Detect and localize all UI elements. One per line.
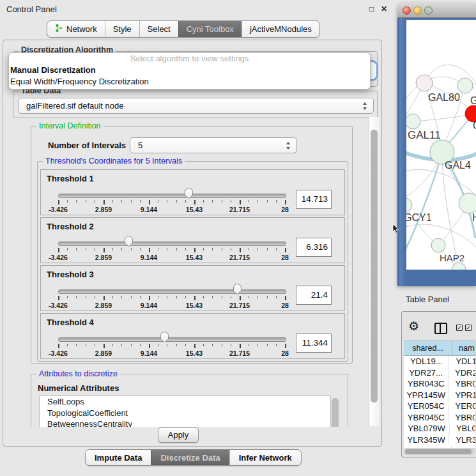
slider-tick-mark bbox=[240, 200, 241, 204]
table-row[interactable]: YDR27...YDR2 bbox=[404, 367, 475, 379]
slider-tick-mark bbox=[267, 296, 268, 298]
close-panel-button[interactable]: ✕ bbox=[381, 4, 387, 13]
slider-tick-label: 15.43 bbox=[186, 254, 203, 261]
table-body[interactable]: YDL19...YDL1YDR27...YDR2YBR043CYBR0YPR14… bbox=[404, 356, 475, 448]
table-row[interactable]: YPR145WYPR1 bbox=[404, 390, 475, 401]
table-data-combobox[interactable]: galFiltered.sif default node bbox=[18, 98, 374, 114]
tab-jactivemnodules[interactable]: jActiveMNodules bbox=[242, 21, 319, 37]
node-label: GA bbox=[470, 95, 476, 106]
network-canvas[interactable]: GAL80 GA C GAL11 GAL4 GCY1 H HAP2 bbox=[406, 20, 476, 270]
slider-tick-mark bbox=[76, 344, 77, 346]
zoom-window-icon[interactable] bbox=[424, 6, 433, 15]
slider-tick-mark bbox=[149, 296, 150, 300]
checkbox-icon[interactable]: ✓ bbox=[465, 325, 472, 331]
node-label: H bbox=[472, 212, 476, 223]
tab-style[interactable]: Style bbox=[105, 21, 139, 37]
attribute-item[interactable]: BetweennessCentrality bbox=[40, 418, 330, 427]
tab-impute-data[interactable]: Impute Data bbox=[86, 450, 151, 465]
cell-shared-name[interactable]: YDL19... bbox=[404, 356, 449, 367]
table-horizontal-scrollbar[interactable] bbox=[404, 448, 475, 455]
attributes-list-scrollbar[interactable] bbox=[332, 398, 339, 427]
slider-tick-mark bbox=[176, 344, 177, 346]
slider-tick-mark bbox=[158, 344, 158, 346]
table-row[interactable]: YBR045CYBR0 bbox=[404, 412, 475, 424]
network-node[interactable] bbox=[452, 263, 466, 270]
cyni-mode-tabs: Impute Data Discretize Data Infer Networ… bbox=[85, 449, 302, 466]
column-header-shared-name[interactable]: shared... bbox=[404, 341, 452, 355]
numerical-attributes-list[interactable]: SelfLoopsTopologicalCoefficientBetweenne… bbox=[39, 395, 331, 427]
cell-shared-name[interactable]: YBL079W bbox=[404, 423, 450, 434]
minimize-window-icon[interactable] bbox=[413, 6, 422, 15]
slider-tick-mark bbox=[86, 200, 86, 203]
network-node[interactable] bbox=[406, 198, 412, 212]
cell-shared-name[interactable]: YBR043C bbox=[404, 378, 449, 390]
apply-button[interactable]: Apply bbox=[158, 427, 199, 443]
number-of-intervals-combobox[interactable]: 5 bbox=[130, 137, 297, 153]
slider-tick-mark bbox=[203, 248, 204, 250]
cell-shared-name[interactable]: YER054C bbox=[404, 401, 449, 412]
table-row[interactable]: YBR043CYBR0 bbox=[404, 378, 475, 390]
slider-tick-mark bbox=[231, 296, 231, 298]
cell-name[interactable]: YDL1 bbox=[449, 356, 475, 367]
threshold-3-slider-thumb[interactable] bbox=[233, 283, 242, 295]
threshold-3-value-field[interactable]: 21.4 bbox=[296, 286, 332, 305]
slider-tick-mark bbox=[167, 296, 167, 298]
gear-icon[interactable]: ⚙ bbox=[408, 320, 419, 332]
slider-tick-mark bbox=[276, 200, 277, 203]
slider-tick-mark bbox=[95, 200, 95, 203]
cell-name[interactable]: YBL0 bbox=[450, 423, 475, 434]
tab-network[interactable]: Network bbox=[47, 21, 105, 37]
network-node[interactable] bbox=[406, 114, 420, 129]
network-node[interactable] bbox=[431, 238, 445, 252]
network-node[interactable] bbox=[457, 78, 473, 93]
close-window-icon[interactable] bbox=[403, 6, 411, 15]
float-panel-button[interactable]: □ bbox=[369, 4, 374, 13]
combo-stepper-icon bbox=[286, 142, 291, 150]
slider-tick-mark bbox=[257, 344, 258, 346]
slider-tick-label: 2.859 bbox=[95, 349, 112, 357]
threshold-2-slider-thumb[interactable] bbox=[124, 235, 134, 247]
menu-item-manual-discretization[interactable]: Manual Discretization bbox=[9, 65, 370, 76]
table-row[interactable]: YER054CYER0 bbox=[404, 401, 475, 412]
cell-shared-name[interactable]: YLR345W bbox=[404, 434, 449, 446]
threshold-1-slider-thumb[interactable] bbox=[184, 187, 194, 199]
table-row[interactable]: YBL079WYBL0 bbox=[404, 423, 475, 434]
table-row[interactable]: YLR345WYLR3 bbox=[404, 434, 475, 446]
slider-tick-mark bbox=[86, 248, 86, 250]
cell-name[interactable]: YBR0 bbox=[449, 378, 475, 390]
attribute-item[interactable]: SelfLoops bbox=[40, 396, 330, 408]
slider-tick-mark bbox=[249, 296, 249, 298]
tab-infer-network[interactable]: Infer Network bbox=[229, 450, 301, 465]
split-view-icon[interactable] bbox=[434, 323, 447, 334]
column-header-name[interactable]: name bbox=[452, 341, 475, 355]
table-row[interactable]: YDL19...YDL1 bbox=[404, 356, 475, 367]
cell-name[interactable]: YLR3 bbox=[449, 434, 475, 446]
node-label: HAP2 bbox=[440, 252, 464, 263]
threshold-4-value-field[interactable]: 11.344 bbox=[296, 334, 332, 353]
cell-shared-name[interactable]: YDR27... bbox=[404, 367, 449, 379]
threshold-2-value-field[interactable]: 6.316 bbox=[296, 238, 332, 257]
checkbox-icon[interactable]: ✓ bbox=[456, 325, 463, 331]
network-node[interactable] bbox=[416, 75, 433, 91]
network-window-titlebar[interactable] bbox=[397, 3, 476, 18]
table-hscrollbar-thumb[interactable] bbox=[405, 449, 472, 454]
cell-shared-name[interactable]: YBR045C bbox=[404, 412, 449, 424]
cell-name[interactable]: YDR2 bbox=[449, 367, 475, 379]
threshold-1-value-field[interactable]: 14.713 bbox=[296, 190, 332, 209]
tab-select[interactable]: Select bbox=[139, 21, 178, 37]
cell-name[interactable]: YER0 bbox=[449, 401, 475, 412]
menu-item-equal-width-frequency[interactable]: Equal Width/Frequency Discretization bbox=[9, 76, 370, 88]
threshold-4-slider-thumb[interactable] bbox=[160, 331, 169, 343]
table-panel-window: ⚙ ✓ ✓ shared... name YDL19...YDL1YDR27..… bbox=[401, 311, 476, 457]
settings-scrollbar-thumb[interactable] bbox=[371, 130, 378, 403]
tab-cyni-toolbox[interactable]: Cyni Toolbox bbox=[178, 21, 242, 37]
cell-name[interactable]: YBR0 bbox=[449, 412, 475, 424]
network-node[interactable] bbox=[459, 193, 476, 213]
cell-shared-name[interactable]: YPR145W bbox=[404, 390, 449, 401]
tab-discretize-data[interactable]: Discretize Data bbox=[151, 450, 229, 465]
slider-tick-mark bbox=[67, 200, 68, 203]
slider-tick-label: 2.859 bbox=[95, 302, 112, 309]
slider-tick-label: 28 bbox=[281, 254, 289, 261]
attribute-item[interactable]: TopologicalCoefficient bbox=[40, 408, 330, 419]
cell-name[interactable]: YPR1 bbox=[449, 390, 475, 401]
